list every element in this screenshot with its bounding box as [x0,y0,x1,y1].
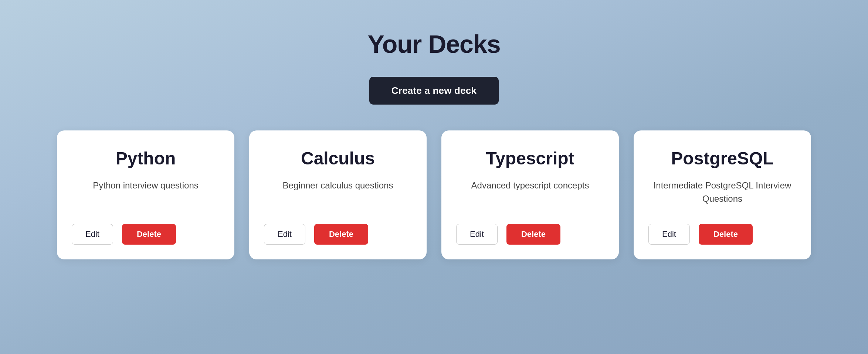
deck-card-calculus: CalculusBeginner calculus questionsEditD… [249,130,427,259]
edit-button-postgresql[interactable]: Edit [648,224,690,245]
deck-card-typescript: TypescriptAdvanced typescript conceptsEd… [441,130,619,259]
edit-button-typescript[interactable]: Edit [456,224,498,245]
delete-button-calculus[interactable]: Delete [314,224,368,245]
delete-button-postgresql[interactable]: Delete [699,224,753,245]
deck-name-typescript: Typescript [486,149,574,169]
decks-grid: PythonPython interview questionsEditDele… [0,130,868,259]
delete-button-typescript[interactable]: Delete [506,224,560,245]
create-new-deck-button[interactable]: Create a new deck [369,77,499,105]
delete-button-python[interactable]: Delete [122,224,176,245]
deck-actions-postgresql: EditDelete [648,224,796,245]
deck-actions-calculus: EditDelete [264,224,412,245]
edit-button-calculus[interactable]: Edit [264,224,305,245]
deck-card-python: PythonPython interview questionsEditDele… [57,130,234,259]
deck-description-typescript: Advanced typescript concepts [471,179,589,205]
page-title: Your Decks [367,30,500,58]
deck-description-postgresql: Intermediate PostgreSQL Interview Questi… [648,179,796,205]
deck-name-postgresql: PostgreSQL [671,149,773,169]
deck-name-python: Python [116,149,176,169]
edit-button-python[interactable]: Edit [72,224,113,245]
deck-name-calculus: Calculus [301,149,375,169]
deck-actions-typescript: EditDelete [456,224,604,245]
deck-actions-python: EditDelete [72,224,220,245]
deck-description-calculus: Beginner calculus questions [283,179,393,205]
deck-description-python: Python interview questions [93,179,199,205]
deck-card-postgresql: PostgreSQLIntermediate PostgreSQL Interv… [634,130,811,259]
